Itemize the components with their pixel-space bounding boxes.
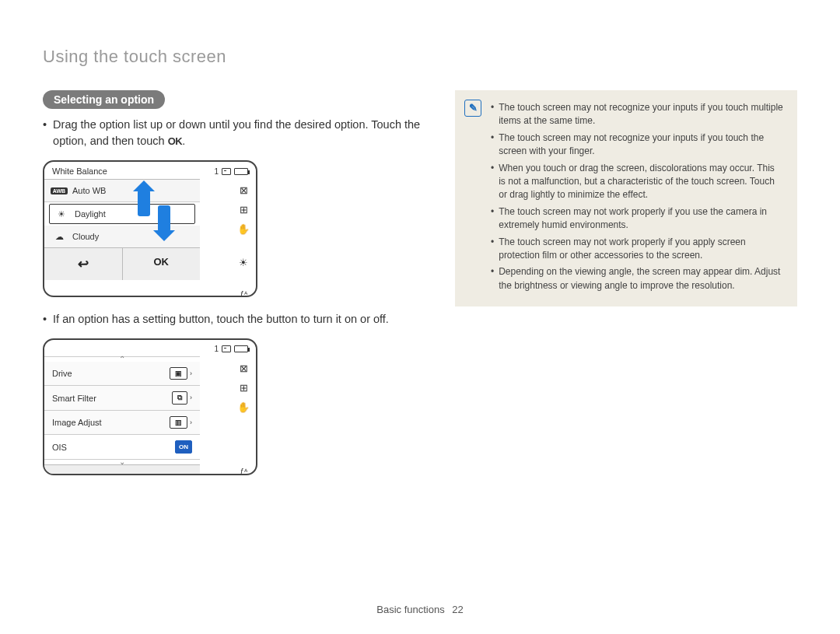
setting-value[interactable]: ▥ › — [170, 416, 192, 429]
side-icon[interactable]: ⊠ — [240, 363, 248, 373]
ok-button[interactable]: OK — [123, 248, 201, 280]
side-icon[interactable]: ☀ — [239, 257, 248, 268]
setting-label: Smart Filter — [52, 394, 96, 403]
section-heading: Selecting an option — [43, 90, 165, 109]
side-icon[interactable]: ⊞ — [240, 205, 248, 215]
back-button[interactable]: ↩ — [44, 465, 200, 475]
bullet-icon: • — [43, 311, 47, 328]
setting-drive[interactable]: Drive ▣ › — [44, 362, 200, 386]
footer-section: Basic functions — [376, 604, 444, 615]
screen1-header: White Balance 1 — [44, 162, 256, 179]
note-box: ✎ •The touch screen may not recognize yo… — [455, 90, 797, 306]
screen2-header: 1 — [44, 340, 256, 356]
right-column: ✎ •The touch screen may not recognize yo… — [455, 90, 797, 489]
note-item: •The touch screen may not work properly … — [491, 205, 783, 233]
side-icon[interactable]: ƒᴬ — [240, 468, 247, 475]
note-text: The touch screen may not recognize your … — [499, 131, 783, 159]
option-auto-wb[interactable]: AWB Auto WB — [44, 180, 200, 202]
option-daylight[interactable]: ☀ Daylight — [49, 204, 195, 224]
option-label: Auto WB — [72, 186, 106, 195]
setting-toggle[interactable]: ON — [175, 440, 192, 454]
side-icon[interactable]: ⊠ — [240, 185, 248, 195]
sun-icon: ☀ — [54, 208, 68, 219]
note-item: •Depending on the viewing angle, the scr… — [491, 265, 783, 292]
instruction-1-part-a: Drag the option list up or down until yo… — [53, 118, 420, 147]
page-number: 22 — [452, 604, 463, 615]
note-item: •The touch screen may not work properly … — [491, 236, 783, 263]
chip-icon: ▥ — [175, 419, 182, 426]
setting-value[interactable]: ⧉ › — [172, 391, 192, 405]
setting-label: Drive — [52, 369, 72, 378]
side-icon[interactable]: ⊞ — [240, 383, 248, 393]
setting-ois[interactable]: OIS ON — [44, 435, 200, 460]
chip-icon: ▣ — [175, 370, 182, 377]
screen1-button-bar: ↩ OK — [44, 247, 200, 280]
cloud-icon: ☁ — [52, 231, 66, 242]
chevron-right-icon: › — [190, 370, 192, 377]
instruction-2: • If an option has a setting button, tou… — [43, 311, 424, 328]
option-cloudy[interactable]: ☁ Cloudy — [44, 226, 200, 247]
instruction-1-part-b: . — [182, 135, 185, 147]
screen2-side-icons: ⊠ ⊞ ✋ ƒᴬ — [237, 363, 250, 475]
note-text: The touch screen may not work properly i… — [499, 236, 783, 263]
note-item: •When you touch or drag the screen, disc… — [491, 162, 783, 202]
side-icon[interactable]: ✋ — [237, 402, 250, 412]
page-footer: Basic functions 22 — [0, 604, 840, 615]
screen1-status: 1 — [214, 167, 248, 176]
screen1-side-icons: ⊠ ⊞ ✋ ☀ ƒᴬ — [237, 185, 250, 297]
bullet-icon: • — [43, 117, 47, 149]
option-label: Daylight — [75, 209, 106, 219]
battery-icon — [234, 345, 248, 352]
ois-on-toggle[interactable]: ON — [175, 440, 192, 454]
screen-settings: 1 ⌃ Drive ▣ › Smart Filter ⧉ › Image Adj… — [43, 338, 257, 475]
note-text: The touch screen may not recognize your … — [499, 101, 783, 128]
chevron-right-icon: › — [190, 394, 192, 401]
setting-image-adjust[interactable]: Image Adjust ▥ › — [44, 411, 200, 435]
option-label: Cloudy — [72, 232, 99, 241]
setting-label: OIS — [52, 443, 67, 452]
setting-label: Image Adjust — [52, 418, 102, 427]
note-icon: ✎ — [464, 100, 481, 117]
screen1-title: White Balance — [52, 166, 107, 176]
screen-white-balance: White Balance 1 AWB Auto WB ☀ Daylight ☁ — [43, 160, 257, 297]
note-text: The touch screen may not work properly i… — [499, 205, 783, 233]
screen2-list[interactable]: ⌃ Drive ▣ › Smart Filter ⧉ › Image Adjus… — [44, 356, 200, 464]
screen1-count: 1 — [214, 167, 219, 176]
note-item: •The touch screen may not recognize your… — [491, 131, 783, 159]
awb-icon: AWB — [52, 185, 66, 196]
instruction-2-text: If an option has a setting button, touch… — [53, 311, 389, 328]
note-list: •The touch screen may not recognize your… — [491, 101, 783, 292]
columns: Selecting an option • Drag the option li… — [43, 90, 797, 489]
instruction-1-text: Drag the option list up or down until yo… — [53, 117, 424, 149]
memory-icon — [222, 168, 231, 175]
page-title: Using the touch screen — [43, 47, 797, 67]
battery-icon — [234, 168, 248, 175]
note-text: When you touch or drag the screen, disco… — [499, 162, 783, 202]
note-item: •The touch screen may not recognize your… — [491, 101, 783, 128]
screen2-count: 1 — [214, 345, 219, 353]
screen2-button-bar: ↩ — [44, 464, 200, 475]
note-text: Depending on the viewing angle, the scre… — [499, 265, 783, 292]
setting-value[interactable]: ▣ › — [170, 367, 192, 380]
chevron-right-icon: › — [190, 419, 192, 426]
setting-smart-filter[interactable]: Smart Filter ⧉ › — [44, 386, 200, 411]
chip-icon: ⧉ — [177, 394, 182, 402]
screen1-list[interactable]: AWB Auto WB ☀ Daylight ☁ Cloudy — [44, 179, 200, 247]
memory-icon — [222, 345, 231, 352]
instruction-1: • Drag the option list up or down until … — [43, 117, 424, 149]
ok-glyph-inline: OK — [168, 135, 183, 147]
side-icon[interactable]: ƒᴬ — [240, 291, 247, 297]
left-column: Selecting an option • Drag the option li… — [43, 90, 424, 489]
screen2-status: 1 — [214, 345, 248, 353]
back-button[interactable]: ↩ — [44, 248, 123, 280]
side-icon[interactable]: ✋ — [237, 224, 250, 234]
